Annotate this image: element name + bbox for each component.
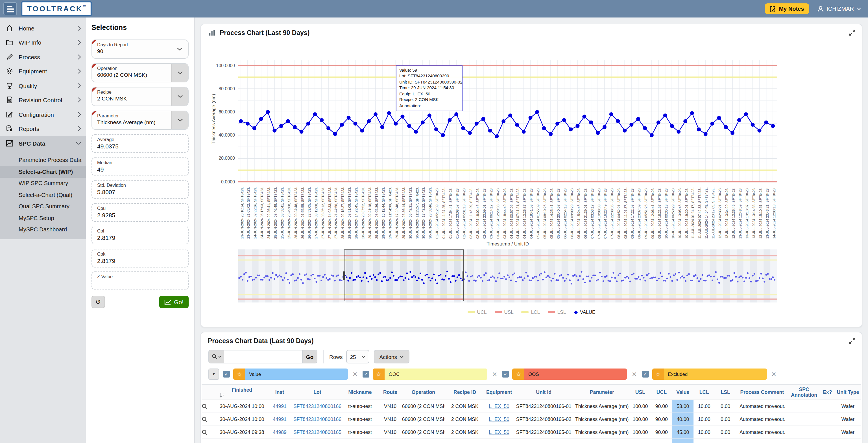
row-detail-button[interactable] bbox=[202, 400, 218, 413]
x-tick-label: 24-JUN-2024 02:32:26, SFT8423... bbox=[253, 187, 257, 239]
reset-button[interactable]: ↺ bbox=[92, 296, 105, 308]
legend-item-ucl[interactable]: UCL bbox=[468, 309, 487, 315]
search-options-button[interactable] bbox=[209, 350, 224, 363]
remove-filter-icon[interactable]: ✕ bbox=[491, 371, 498, 378]
row-detail-button[interactable] bbox=[202, 426, 218, 439]
expand-chart-icon[interactable] bbox=[849, 29, 856, 36]
sidebar-item-select-a-chart-wip[interactable]: Select-a-Chart (WIP) bbox=[0, 166, 86, 177]
rows-per-page-select[interactable]: 25 bbox=[346, 350, 369, 364]
column-header-search[interactable] bbox=[202, 384, 218, 400]
cell-inst[interactable]: 44989 bbox=[266, 426, 293, 439]
cell-equipment[interactable]: L_EX_50 bbox=[485, 439, 513, 443]
cell-equipment[interactable]: L_EX_50 bbox=[485, 413, 513, 426]
user-menu[interactable]: ICHIZMAR bbox=[817, 5, 861, 12]
legend-item-lsl[interactable]: LSL bbox=[548, 309, 566, 315]
row-detail-button[interactable] bbox=[202, 439, 218, 443]
filter-checkbox-oos[interactable]: ✓ bbox=[502, 371, 509, 378]
filter-checkbox-ooc[interactable]: ✓ bbox=[363, 371, 369, 378]
actions-button[interactable]: Actions bbox=[374, 350, 409, 364]
row-search-icon[interactable] bbox=[202, 429, 208, 435]
sidebar-item-revision-control[interactable]: Revision Control bbox=[0, 93, 86, 107]
column-header-lot[interactable]: Lot bbox=[293, 384, 341, 400]
column-header-usl[interactable]: USL bbox=[630, 384, 651, 400]
sidebar-item-parametric-process-data[interactable]: Parametric Process Data bbox=[0, 155, 86, 166]
go-button[interactable]: Go! bbox=[159, 296, 189, 308]
sidebar-item-qual-spc-summary[interactable]: Qual SPC Summary bbox=[0, 201, 86, 212]
sidebar-item-equipment[interactable]: Equipment bbox=[0, 64, 86, 78]
sidebar-item-quality[interactable]: Quality bbox=[0, 78, 86, 93]
column-header-ex[interactable]: Ex? bbox=[820, 384, 835, 400]
cell-process-comment: Automated moveout. bbox=[736, 426, 788, 439]
cell-inst[interactable]: 44991 bbox=[266, 413, 293, 426]
filter-chip-excluded[interactable]: ☆Excluded bbox=[652, 369, 767, 380]
cell-lot[interactable]: SFT84231240800166 bbox=[293, 413, 341, 426]
filter-chip-value[interactable]: ☆Value bbox=[233, 369, 348, 380]
parameter-dropdown[interactable]: ParameterThickness Average (nm) bbox=[92, 111, 189, 130]
row-detail-button[interactable] bbox=[202, 413, 218, 426]
cell-equipment[interactable]: L_EX_50 bbox=[485, 400, 513, 413]
search-go-button[interactable]: Go bbox=[302, 350, 317, 363]
recipe-dropdown[interactable]: Recipe2 CON MSK bbox=[92, 87, 189, 106]
expand-table-icon[interactable] bbox=[849, 338, 856, 344]
cell-route: VN10 bbox=[378, 439, 402, 443]
sidebar-item-configuration[interactable]: Configuration bbox=[0, 107, 86, 122]
column-header-lcl[interactable]: LCL bbox=[693, 384, 715, 400]
row-search-icon[interactable] bbox=[202, 403, 208, 409]
column-header-spc-annotation[interactable]: SPC Annotation bbox=[788, 384, 820, 400]
sidebar-item-process[interactable]: Process bbox=[0, 50, 86, 64]
column-header-ucl[interactable]: UCL bbox=[651, 384, 672, 400]
filter-checkbox-value[interactable]: ✓ bbox=[223, 371, 230, 378]
cell-lot[interactable]: SFT84231240800165 bbox=[293, 426, 341, 439]
hamburger-menu-icon[interactable] bbox=[3, 2, 17, 15]
column-header-finished[interactable]: Finished bbox=[218, 384, 266, 400]
column-header-process-comment[interactable]: Process Comment bbox=[736, 384, 788, 400]
cell-inst[interactable]: 44989 bbox=[266, 439, 293, 443]
column-header-value[interactable]: Value bbox=[672, 384, 693, 400]
chart-navigator[interactable] bbox=[238, 249, 777, 303]
cell-value: 45.00 bbox=[672, 426, 693, 439]
column-header-lsl[interactable]: LSL bbox=[715, 384, 736, 400]
days-to-report-dropdown[interactable]: Days to Report90 bbox=[92, 39, 189, 59]
x-tick-label: 02-JUL-2024 11:46:29, SFT8423... bbox=[469, 187, 473, 239]
remove-filter-icon[interactable]: ✕ bbox=[351, 371, 359, 378]
cell-lot[interactable]: SFT84231240800166 bbox=[293, 400, 341, 413]
sidebar-item-myspc-setup[interactable]: MySPC Setup bbox=[0, 212, 86, 224]
sidebar-item-spc-data[interactable]: SPC Data bbox=[0, 136, 86, 150]
filters-menu-button[interactable]: ▼ bbox=[208, 369, 219, 380]
column-header-parameter[interactable]: Parameter bbox=[574, 384, 630, 400]
navigator-selection-window[interactable] bbox=[344, 249, 464, 301]
row-search-icon[interactable] bbox=[202, 416, 208, 422]
sidebar-item-select-a-chart-qual[interactable]: Select-a-Chart (Qual) bbox=[0, 189, 86, 201]
remove-filter-icon[interactable]: ✕ bbox=[770, 371, 777, 378]
legend-item-lcl[interactable]: LCL bbox=[522, 309, 540, 315]
column-header-operation[interactable]: Operation bbox=[402, 384, 445, 400]
column-header-nickname[interactable]: Nickname bbox=[342, 384, 379, 400]
column-header-inst[interactable]: Inst bbox=[266, 384, 293, 400]
sidebar-item-home[interactable]: Home bbox=[0, 21, 86, 35]
column-header-recipe-id[interactable]: Recipe ID bbox=[445, 384, 485, 400]
chevron-right-icon bbox=[78, 69, 81, 74]
filter-chip-oos[interactable]: ☆OOS bbox=[513, 369, 627, 380]
sidebar-item-wip-info[interactable]: WIP Info bbox=[0, 35, 86, 50]
column-header-unit-id[interactable]: Unit Id bbox=[513, 384, 574, 400]
filter-chip-ooc[interactable]: ☆OOC bbox=[373, 369, 487, 380]
sidebar-item-myspc-dashboard[interactable]: MySPC Dashboard bbox=[0, 224, 86, 235]
cell-equipment[interactable]: L_EX_50 bbox=[485, 426, 513, 439]
column-header-route[interactable]: Route bbox=[378, 384, 402, 400]
spc-chart-plot[interactable] bbox=[238, 54, 777, 185]
remove-filter-icon[interactable]: ✕ bbox=[630, 371, 638, 378]
cell-inst[interactable]: 44991 bbox=[266, 400, 293, 413]
my-notes-button[interactable]: My Notes bbox=[765, 3, 809, 14]
sidebar-item-wip-spc-summary[interactable]: WIP SPC Summary bbox=[0, 177, 86, 189]
cell-lsl: 0.00 bbox=[715, 439, 736, 443]
legend-item-usl[interactable]: USL bbox=[495, 309, 514, 315]
operation-dropdown[interactable]: Operation60600 (2 CON MSK) bbox=[92, 63, 189, 82]
cell-lsl: 0.00 bbox=[715, 426, 736, 439]
column-header-equipment[interactable]: Equipment bbox=[485, 384, 513, 400]
legend-item-value[interactable]: ◆VALUE bbox=[574, 309, 595, 315]
column-header-unit-type[interactable]: Unit Type bbox=[835, 384, 861, 400]
search-input[interactable] bbox=[224, 350, 302, 363]
cell-lot[interactable]: SFT84231240800165 bbox=[293, 439, 341, 443]
filter-checkbox-excluded[interactable]: ✓ bbox=[642, 371, 649, 378]
sidebar-item-reports[interactable]: Reports bbox=[0, 122, 86, 136]
